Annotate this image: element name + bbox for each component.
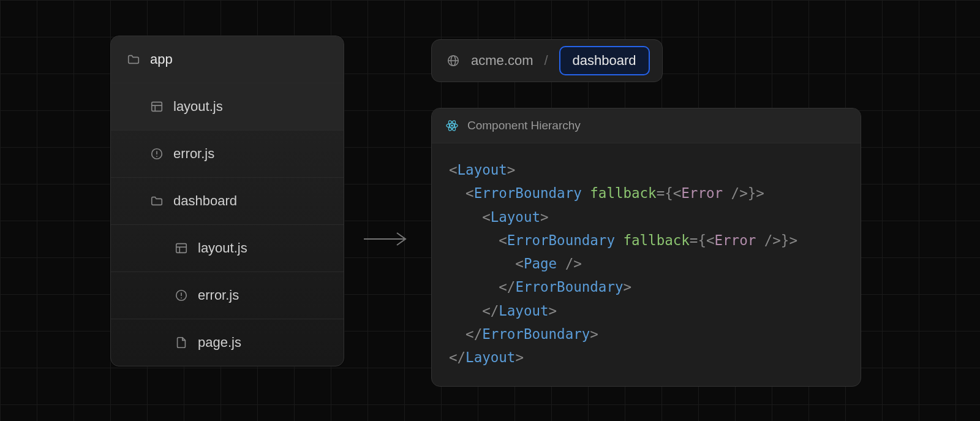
code-token: Layout (458, 162, 507, 178)
error-icon (150, 147, 164, 161)
error-icon (175, 289, 188, 302)
layout-icon (175, 241, 188, 255)
layout-icon (150, 100, 164, 113)
code-token: />}> (756, 232, 797, 248)
code-token: ErrorBoundary (482, 326, 590, 342)
component-hierarchy-title: Component Hierarchy (467, 119, 581, 132)
code-token: Error (715, 232, 756, 248)
file-tree-item-label: dashboard (173, 193, 237, 209)
code-token: ErrorBoundary (515, 279, 623, 295)
code-token (615, 232, 624, 248)
svg-point-11 (181, 297, 182, 298)
code-token: ={< (657, 185, 682, 201)
code-token: < (449, 256, 524, 271)
code-token: </ (449, 279, 515, 295)
code-token: Layout (466, 349, 515, 365)
svg-point-5 (156, 156, 157, 157)
react-icon (445, 119, 459, 132)
code-token: > (515, 349, 524, 365)
file-tree-item-label: error.js (173, 146, 214, 162)
svg-point-16 (451, 124, 453, 127)
folder-icon (127, 53, 140, 66)
file-tree-item-label: layout.js (173, 99, 223, 115)
code-token: > (540, 209, 549, 225)
code-token: Page (524, 256, 557, 271)
code-token: /> (557, 256, 582, 271)
file-tree-item-label: page.js (198, 335, 241, 351)
code-token: > (507, 162, 516, 178)
component-hierarchy-code: <Layout> <ErrorBoundary fallback={<Error… (432, 143, 861, 386)
code-token: < (449, 162, 458, 178)
code-token: Error (681, 185, 723, 201)
code-token: ={< (690, 232, 715, 248)
file-tree-item[interactable]: dashboard (111, 177, 344, 224)
file-tree-item-label: error.js (198, 287, 239, 303)
code-token: ErrorBoundary (474, 185, 582, 201)
code-token (582, 185, 590, 201)
component-hierarchy-header: Component Hierarchy (432, 108, 861, 143)
component-hierarchy-panel: Component Hierarchy <Layout> <ErrorBound… (431, 108, 861, 387)
folder-icon (150, 194, 164, 208)
file-tree-item-label: app (150, 51, 173, 67)
code-token: fallback (623, 232, 689, 248)
file-icon (175, 336, 188, 349)
url-bar: acme.com / dashboard (431, 39, 663, 82)
code-token: < (449, 185, 474, 201)
file-tree-item[interactable]: layout.js (111, 83, 344, 130)
code-token: Layout (491, 209, 540, 225)
svg-rect-6 (176, 244, 187, 253)
file-tree-item[interactable]: page.js (111, 319, 344, 366)
code-token: < (449, 232, 507, 248)
file-tree-item[interactable]: app (111, 36, 344, 83)
code-token: </ (449, 303, 499, 319)
url-separator: / (544, 53, 548, 69)
code-token: > (623, 279, 631, 295)
file-tree-item[interactable]: layout.js (111, 224, 344, 271)
code-token: fallback (590, 185, 656, 201)
file-tree-item[interactable]: error.js (111, 130, 344, 177)
code-token: ErrorBoundary (507, 232, 615, 248)
code-token: Layout (499, 303, 548, 319)
file-tree-item[interactable]: error.js (111, 271, 344, 319)
code-token: > (549, 303, 557, 319)
code-token: > (590, 326, 598, 342)
svg-rect-0 (152, 102, 162, 112)
url-host: acme.com (471, 53, 533, 69)
url-segment-pill: dashboard (559, 46, 650, 75)
code-token: </ (449, 326, 482, 342)
code-token: />}> (723, 185, 764, 201)
arrow-right-icon (364, 232, 409, 246)
file-tree-item-label: layout.js (198, 240, 247, 256)
globe-icon (447, 54, 460, 67)
code-token: </ (449, 349, 466, 365)
code-token: < (449, 209, 491, 225)
file-tree-panel: applayout.jserror.jsdashboardlayout.jser… (110, 36, 344, 366)
